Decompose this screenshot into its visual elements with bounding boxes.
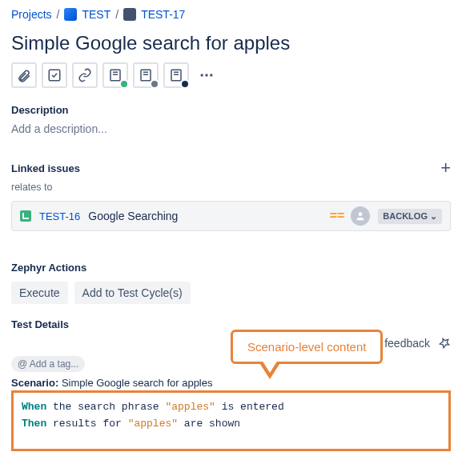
add-linked-issue-button[interactable]: + xyxy=(440,159,451,177)
gherkin-string: "apples" xyxy=(165,401,215,413)
badge-a-icon xyxy=(119,79,129,89)
assignee-avatar-icon[interactable] xyxy=(351,206,370,226)
gherkin-then-keyword: Then xyxy=(22,418,46,430)
breadcrumb-project[interactable]: TEST xyxy=(82,8,110,21)
svg-point-5 xyxy=(205,74,207,76)
svg-point-7 xyxy=(359,212,363,216)
scenario-code-block: When the search phrase "apples" is enter… xyxy=(11,390,451,451)
link-button[interactable] xyxy=(72,62,98,88)
link-relation-label: relates to xyxy=(11,182,451,193)
linked-issue-key[interactable]: TEST-16 xyxy=(39,210,80,222)
page-action-a-button[interactable] xyxy=(102,62,128,88)
breadcrumb-issue[interactable]: TEST-17 xyxy=(141,8,185,21)
issue-title[interactable]: Simple Google search for apples xyxy=(11,32,451,54)
linked-issues-heading: Linked issues xyxy=(11,162,80,174)
annotation-pointer-icon xyxy=(259,362,281,379)
feedback-pin-icon[interactable] xyxy=(438,337,451,350)
add-to-cycle-button[interactable]: Add to Test Cycle(s) xyxy=(74,282,191,304)
description-field[interactable]: Add a description... xyxy=(11,122,451,135)
attach-button[interactable] xyxy=(11,62,37,88)
add-checklist-button[interactable] xyxy=(42,62,67,88)
gherkin-string: "apples" xyxy=(128,418,178,430)
badge-b-icon xyxy=(150,79,159,89)
svg-rect-0 xyxy=(49,70,60,81)
linked-issue-summary[interactable]: Google Searching xyxy=(88,210,178,222)
breadcrumb: Projects / TEST / TEST-17 xyxy=(11,8,451,21)
linked-issue-row[interactable]: TEST-16 Google Searching == BACKLOG ⌄ xyxy=(11,201,451,231)
project-avatar-icon xyxy=(64,8,77,21)
issue-type-story-icon xyxy=(20,210,31,222)
badge-c-icon xyxy=(180,79,190,89)
annotation-callout: Scenario-level content xyxy=(231,330,383,364)
more-actions-button[interactable] xyxy=(194,62,219,88)
annotation-text: Scenario-level content xyxy=(231,330,383,364)
priority-medium-icon: == xyxy=(330,209,343,223)
zephyr-heading: Zephyr Actions xyxy=(11,262,451,274)
page-action-b-button[interactable] xyxy=(133,62,159,88)
breadcrumb-projects[interactable]: Projects xyxy=(11,8,52,21)
add-tag-chip[interactable]: @ Add a tag... xyxy=(11,356,85,372)
execute-button[interactable]: Execute xyxy=(11,282,68,304)
svg-point-6 xyxy=(210,74,212,76)
test-details-heading: Test Details xyxy=(11,318,451,330)
gherkin-when-keyword: When xyxy=(22,401,46,413)
scenario-label: Scenario: xyxy=(11,377,58,389)
scenario-name: Simple Google search for apples xyxy=(62,377,213,389)
breadcrumb-sep: / xyxy=(57,8,60,21)
issue-type-icon xyxy=(123,8,136,21)
breadcrumb-sep: / xyxy=(115,8,119,21)
issue-toolbar xyxy=(11,62,451,88)
page-action-c-button[interactable] xyxy=(163,62,189,88)
scenario-heading: Scenario: Simple Google search for apple… xyxy=(11,377,451,389)
svg-point-4 xyxy=(201,74,203,76)
linked-issue-status[interactable]: BACKLOG ⌄ xyxy=(378,209,442,224)
description-heading: Description xyxy=(11,104,451,116)
